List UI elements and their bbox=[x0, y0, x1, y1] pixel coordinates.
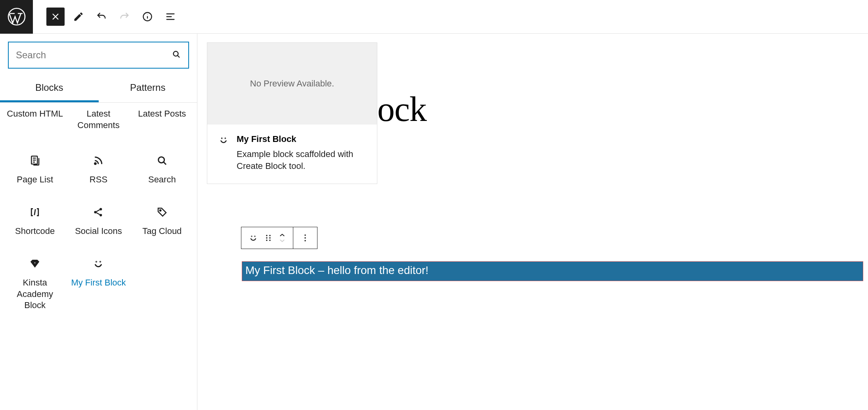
block-label: Page List bbox=[17, 174, 53, 186]
move-up-button[interactable] bbox=[279, 233, 286, 238]
block-latest-posts[interactable]: Latest Posts bbox=[130, 106, 194, 138]
block-inserter-panel: Blocks Patterns Custom HTML Latest Comme… bbox=[0, 34, 197, 410]
list-view-button[interactable] bbox=[161, 8, 180, 26]
tab-patterns[interactable]: Patterns bbox=[99, 77, 197, 102]
svg-point-9 bbox=[160, 210, 161, 211]
search-input[interactable] bbox=[16, 50, 172, 61]
preview-placeholder: No Preview Available. bbox=[207, 43, 377, 125]
search-box[interactable] bbox=[8, 42, 189, 69]
move-down-button[interactable] bbox=[279, 238, 286, 243]
block-kinsta-academy[interactable]: Kinsta Academy Block bbox=[3, 247, 67, 315]
block-label: Latest Posts bbox=[138, 108, 186, 120]
block-label: Latest Comments bbox=[70, 108, 127, 131]
block-label: Social Icons bbox=[75, 226, 122, 237]
post-title-partial: ock bbox=[377, 89, 426, 129]
svg-point-17 bbox=[269, 235, 271, 236]
svg-point-20 bbox=[266, 239, 268, 241]
page-list-icon bbox=[29, 153, 41, 169]
svg-point-10 bbox=[96, 261, 97, 262]
search-icon bbox=[156, 153, 168, 169]
svg-point-15 bbox=[255, 236, 255, 237]
block-type-button[interactable] bbox=[249, 233, 258, 243]
block-tag-cloud[interactable]: Tag Cloud bbox=[130, 195, 194, 247]
preview-description: Example block scaffolded with Create Blo… bbox=[237, 148, 366, 172]
block-label: Tag Cloud bbox=[142, 226, 182, 237]
preview-title: My First Block bbox=[237, 134, 366, 144]
svg-point-2 bbox=[174, 52, 178, 56]
block-social-icons[interactable]: Social Icons bbox=[67, 195, 130, 247]
drag-handle[interactable] bbox=[264, 233, 273, 243]
diamond-icon bbox=[29, 256, 41, 272]
edit-tool-button[interactable] bbox=[69, 8, 88, 26]
svg-point-11 bbox=[100, 261, 101, 262]
svg-point-4 bbox=[95, 163, 96, 165]
svg-point-21 bbox=[269, 239, 271, 241]
block-label: Shortcode bbox=[15, 226, 55, 237]
block-label: My First Block bbox=[71, 277, 126, 289]
block-my-first-block[interactable]: My First Block bbox=[67, 247, 130, 315]
shortcode-icon bbox=[29, 204, 41, 220]
svg-point-16 bbox=[266, 235, 268, 236]
editor-canvas: No Preview Available. My First Block Exa… bbox=[197, 34, 868, 410]
svg-point-12 bbox=[222, 138, 222, 138]
svg-point-23 bbox=[304, 237, 306, 239]
search-icon bbox=[172, 50, 181, 61]
block-custom-html[interactable]: Custom HTML bbox=[3, 106, 67, 138]
block-toolbar bbox=[241, 227, 317, 249]
block-page-list[interactable]: Page List bbox=[3, 144, 67, 195]
block-content-text: My First Block – hello from the editor! bbox=[245, 264, 428, 276]
tab-blocks[interactable]: Blocks bbox=[0, 77, 99, 102]
block-label: Custom HTML bbox=[7, 108, 63, 120]
svg-point-5 bbox=[158, 157, 164, 163]
block-rss[interactable]: RSS bbox=[67, 144, 130, 195]
svg-point-18 bbox=[266, 237, 268, 239]
block-latest-comments[interactable]: Latest Comments bbox=[67, 106, 130, 138]
block-preview-card: No Preview Available. My First Block Exa… bbox=[207, 42, 377, 184]
smiley-icon bbox=[92, 256, 104, 272]
share-icon bbox=[92, 204, 104, 220]
undo-button[interactable] bbox=[92, 8, 111, 26]
more-options-button[interactable] bbox=[300, 233, 310, 243]
svg-point-19 bbox=[269, 237, 271, 239]
block-label: Search bbox=[148, 174, 176, 186]
info-button[interactable] bbox=[138, 8, 157, 26]
block-label: RSS bbox=[90, 174, 107, 186]
svg-point-24 bbox=[304, 240, 306, 241]
svg-point-22 bbox=[304, 234, 306, 236]
smiley-icon bbox=[218, 135, 229, 147]
svg-point-13 bbox=[225, 138, 226, 138]
my-first-block-instance[interactable]: My First Block – hello from the editor! bbox=[242, 261, 863, 281]
redo-button[interactable] bbox=[115, 8, 134, 26]
close-inserter-button[interactable] bbox=[46, 8, 65, 26]
block-shortcode[interactable]: Shortcode bbox=[3, 195, 67, 247]
rss-icon bbox=[92, 153, 104, 169]
wordpress-logo[interactable] bbox=[0, 0, 33, 34]
svg-point-14 bbox=[252, 236, 252, 237]
tag-icon bbox=[156, 204, 168, 220]
block-search[interactable]: Search bbox=[130, 144, 194, 195]
block-label: Kinsta Academy Block bbox=[6, 277, 63, 311]
